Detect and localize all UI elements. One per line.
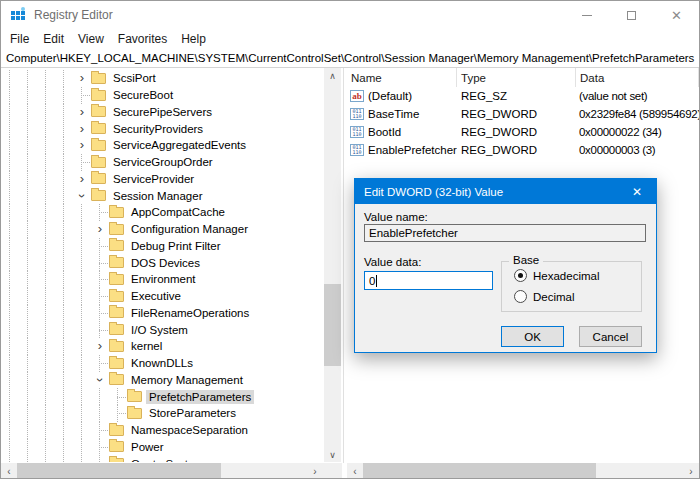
scroll-left-icon[interactable]: ‹ [1, 463, 17, 479]
scroll-right-icon[interactable]: › [307, 463, 323, 479]
tree-item-knowndlls[interactable]: KnownDLLs [1, 355, 323, 372]
tree-guide-line [37, 305, 55, 322]
tree-item-label: ServiceProvider [110, 172, 197, 186]
radio-hexadecimal[interactable]: Hexadecimal [514, 269, 599, 282]
menu-help[interactable]: Help [174, 31, 213, 47]
tree-guide-line [55, 154, 73, 171]
tree-item-quota-system[interactable]: Quota System [1, 455, 323, 462]
tree-expander-closed-icon[interactable]: › [73, 104, 91, 121]
tree-item-namespaceseparation[interactable]: NamespaceSeparation [1, 422, 323, 439]
ok-button[interactable]: OK [501, 326, 564, 347]
tree-guide-line [91, 388, 109, 405]
tree-item-i-o-system[interactable]: I/O System [1, 321, 323, 338]
tree-item-debug-print-filter[interactable]: Debug Print Filter [1, 238, 323, 255]
menu-edit[interactable]: Edit [36, 31, 71, 47]
tree-horizontal-scrollbar[interactable]: ‹ › [1, 463, 342, 479]
tree-guide-line [55, 355, 73, 372]
tree-item-serviceprovider[interactable]: ›ServiceProvider [1, 171, 323, 188]
tree-item-appcompatcache[interactable]: AppCompatCache [1, 204, 323, 221]
tree-item-memory-management[interactable]: ›Memory Management [1, 372, 323, 389]
tree-item-power[interactable]: Power [1, 439, 323, 456]
scroll-up-icon[interactable]: ∧ [324, 68, 341, 83]
scroll-left-icon[interactable]: ‹ [347, 463, 363, 479]
tree-guide-line [1, 439, 19, 456]
tree-hscroll-thumb[interactable] [17, 463, 221, 479]
menu-file[interactable]: File [3, 31, 36, 47]
tree-guide-line [73, 355, 91, 372]
tree-item-scsiport[interactable]: ›ScsiPort [1, 70, 323, 87]
maximize-button[interactable] [609, 1, 654, 29]
close-button[interactable]: ✕ [654, 1, 699, 29]
registry-editor-app-icon [10, 7, 26, 23]
tree-vertical-scrollbar[interactable]: ∧ ∨ [324, 68, 341, 462]
tree-guide-line [73, 271, 91, 288]
value-row-basetime[interactable]: 011110BaseTimeREG_DWORD0x2329fe84 (58995… [347, 105, 699, 123]
tree-item-kernel[interactable]: ›kernel [1, 338, 323, 355]
tree-expander-closed-icon[interactable]: › [73, 120, 91, 137]
tree-guide-line [19, 137, 37, 154]
tree-item-label: Quota System [128, 457, 207, 462]
tree-item-label: ServiceGroupOrder [110, 155, 216, 169]
tree-vscroll-thumb[interactable] [324, 284, 341, 366]
tree-item-serviceaggregatedevents[interactable]: ›ServiceAggregatedEvents [1, 137, 323, 154]
value-data-input[interactable]: 0 [364, 271, 493, 290]
tree-expander-closed-icon[interactable]: › [91, 221, 109, 238]
folder-icon [109, 207, 124, 218]
tree-guide-line [73, 288, 91, 305]
tree-item-servicegrouporder[interactable]: ServiceGroupOrder [1, 154, 323, 171]
tree-expander-open-icon[interactable]: › [91, 372, 109, 389]
folder-icon [91, 106, 106, 117]
tree-guide-line [55, 137, 73, 154]
tree-item-configuration-manager[interactable]: ›Configuration Manager [1, 221, 323, 238]
tree-item-label: Power [128, 440, 167, 454]
tree-item-prefetchparameters[interactable]: PrefetchParameters [1, 388, 323, 405]
column-header-type[interactable]: Type [457, 68, 576, 87]
tree-item-label: Executive [128, 289, 184, 303]
minimize-button[interactable] [564, 1, 609, 29]
column-header-data[interactable]: Data [576, 68, 699, 87]
tree-expander-closed-icon[interactable]: › [73, 137, 91, 154]
tree-item-secureboot[interactable]: SecureBoot [1, 87, 323, 104]
tree-expander-closed-icon[interactable]: › [73, 171, 91, 188]
tree-item-securepipeservers[interactable]: ›SecurePipeServers [1, 104, 323, 121]
menu-view[interactable]: View [71, 31, 111, 47]
tree-expander-open-icon[interactable]: › [73, 187, 91, 204]
value-row-bootid[interactable]: 011110BootIdREG_DWORD0x00000022 (34) [347, 123, 699, 141]
radio-decimal-label: Decimal [533, 291, 575, 303]
tree-guide-line [19, 388, 37, 405]
scroll-right-icon[interactable]: › [683, 463, 699, 479]
tree-item-environment[interactable]: Environment [1, 271, 323, 288]
dword-value-icon: 011110 [350, 126, 364, 138]
scroll-down-icon[interactable]: ∨ [324, 447, 341, 462]
tree-item-securityproviders[interactable]: ›SecurityProviders [1, 120, 323, 137]
radio-decimal[interactable]: Decimal [514, 290, 575, 303]
menu-favorites[interactable]: Favorites [111, 31, 174, 47]
tree-guide-line [55, 254, 73, 271]
tree-guide-line [73, 455, 91, 462]
tree-item-dos-devices[interactable]: DOS Devices [1, 254, 323, 271]
address-bar[interactable]: Computer\HKEY_LOCAL_MACHINE\SYSTEM\Curre… [1, 48, 699, 68]
cancel-button[interactable]: Cancel [579, 326, 642, 347]
dialog-close-button[interactable]: ✕ [618, 179, 656, 204]
list-hscroll-thumb[interactable] [363, 463, 596, 479]
tree-expander-closed-icon[interactable]: › [73, 70, 91, 87]
value-name-cell: ab(Default) [347, 90, 457, 102]
value-row-default[interactable]: ab(Default)REG_SZ(value not set) [347, 87, 699, 105]
value-name-input[interactable]: EnablePrefetcher [364, 224, 646, 242]
tree-item-session-manager[interactable]: ›Session Manager [1, 187, 323, 204]
tree-item-storeparameters[interactable]: StoreParameters [1, 405, 323, 422]
value-row-enableprefetcher[interactable]: 011110EnablePrefetcherREG_DWORD0x0000000… [347, 141, 699, 159]
tree-item-executive[interactable]: Executive [1, 288, 323, 305]
column-header-name[interactable]: Name [347, 68, 457, 87]
tree-guide-line [19, 372, 37, 389]
tree-guide-line [73, 221, 91, 238]
tree-guide-line [19, 321, 37, 338]
value-type-cell: REG_DWORD [457, 126, 576, 138]
pane-splitter[interactable] [343, 68, 344, 463]
tree-guide-line [73, 388, 91, 405]
tree-item-filerenameoperations[interactable]: FileRenameOperations [1, 305, 323, 322]
tree-expander-closed-icon[interactable]: › [91, 338, 109, 355]
tree-guide-line [19, 171, 37, 188]
list-horizontal-scrollbar[interactable]: ‹ › [347, 463, 699, 479]
tree-guide-line [1, 455, 19, 462]
